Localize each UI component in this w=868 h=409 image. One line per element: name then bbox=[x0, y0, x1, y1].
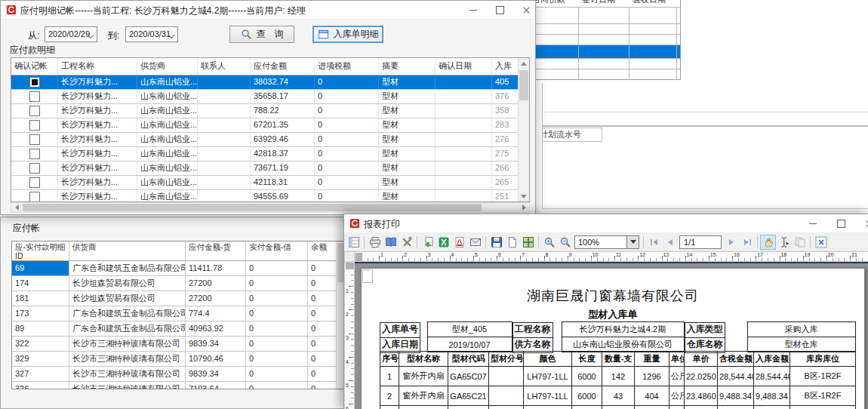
table-row[interactable]: 长沙万科魅力...山东南山铝业...73671.190型材266 bbox=[11, 161, 519, 176]
confirm-checkbox[interactable] bbox=[29, 120, 40, 131]
confirm-checkbox[interactable] bbox=[29, 134, 40, 145]
column-header[interactable]: 确认日期 bbox=[436, 58, 492, 75]
pdf-export-icon[interactable] bbox=[451, 235, 467, 250]
column-header[interactable]: 实付金额-借 bbox=[246, 241, 308, 260]
close-button[interactable] bbox=[514, 1, 536, 19]
page-icon[interactable] bbox=[504, 235, 520, 250]
design-grid-icon[interactable] bbox=[346, 235, 362, 250]
cell-confirm_date bbox=[436, 133, 492, 146]
scroll-up-arrow[interactable] bbox=[519, 58, 529, 69]
from-date-combo[interactable]: 2020/02/29 bbox=[45, 26, 97, 42]
table-row[interactable]: 69广东合和建筑五金制品有限公司11411.7800 bbox=[12, 261, 337, 276]
query-button[interactable]: 查 询 bbox=[229, 26, 294, 43]
table-row[interactable]: 长沙万科魅力...山东南山铝业...788.220型材358 bbox=[11, 104, 519, 118]
minimize-button[interactable] bbox=[461, 1, 485, 19]
mail-icon[interactable] bbox=[467, 235, 483, 250]
table-row[interactable]: 长沙万科魅力...山东南山铝业...94555.690型材251 bbox=[11, 190, 519, 201]
table-row[interactable]: 181长沙坦森贸易有限公司2720000 bbox=[12, 291, 337, 306]
table-row[interactable]: 326长沙市三湘特种玻璃有限公司7193.6400 bbox=[12, 382, 337, 389]
maximize-button[interactable] bbox=[488, 1, 512, 19]
scrollbar-thumb[interactable] bbox=[519, 70, 528, 100]
zoom-select[interactable]: 100% bbox=[574, 235, 639, 249]
hand-tool-icon[interactable] bbox=[760, 235, 776, 250]
cell-project: 长沙万科魅力... bbox=[58, 190, 137, 201]
scrollbar-thumb[interactable] bbox=[23, 204, 482, 211]
last-page-icon[interactable] bbox=[739, 235, 755, 250]
selected-empty-row[interactable] bbox=[529, 45, 680, 58]
confirm-checkbox[interactable] bbox=[29, 77, 40, 88]
minimize-button[interactable] bbox=[801, 214, 825, 232]
table-row[interactable]: 长沙万科魅力...山东南山铝业...67201.350型材283 bbox=[11, 118, 519, 133]
table-row[interactable]: 89广东合和建筑五金制品有限公司40963.9200 bbox=[12, 321, 337, 337]
copy-page-icon[interactable] bbox=[792, 235, 808, 250]
confirm-checkbox[interactable] bbox=[29, 106, 40, 116]
confirm-checkbox[interactable] bbox=[29, 177, 40, 188]
column-header[interactable]: 供货商 bbox=[69, 241, 186, 260]
scroll-down-arrow[interactable] bbox=[519, 191, 529, 201]
empty-row[interactable] bbox=[529, 58, 680, 69]
multi-page-icon[interactable] bbox=[520, 235, 536, 250]
ruler-number: 6 bbox=[498, 252, 501, 257]
table-row[interactable]: 327长沙市三湘特种玻璃有限公司9839.3400 bbox=[12, 367, 337, 382]
scroll-right-arrow[interactable] bbox=[519, 203, 529, 212]
print-icon[interactable] bbox=[367, 235, 383, 250]
close-preview-icon[interactable] bbox=[813, 235, 829, 250]
column-header[interactable]: 应付金额 bbox=[251, 58, 315, 75]
titlebar[interactable]: 报表打印 bbox=[344, 214, 868, 233]
table-row[interactable]: 173广东合和建筑五金制品有限公司774.400 bbox=[12, 306, 337, 321]
table-row[interactable]: 长沙万科魅力...山东南山铝业...38032.740型材405 bbox=[11, 75, 519, 90]
next-page-icon[interactable] bbox=[723, 235, 739, 250]
save-icon[interactable] bbox=[488, 235, 504, 250]
table-row[interactable]: 长沙万科魅力...山东南山铝业...35658.170型材376 bbox=[11, 90, 519, 104]
column-header[interactable]: 联系人 bbox=[198, 58, 251, 75]
empty-row[interactable] bbox=[529, 7, 680, 23]
confirm-checkbox[interactable] bbox=[29, 192, 40, 201]
table-row[interactable]: 长沙万科魅力...山东南山铝业...42818.370型材275 bbox=[11, 147, 519, 161]
column-header[interactable]: 工程名称 bbox=[58, 58, 137, 75]
column-header[interactable]: 余额 bbox=[308, 241, 337, 260]
horizontal-scrollbar[interactable] bbox=[11, 202, 530, 213]
vertical-scrollbar[interactable] bbox=[518, 58, 529, 201]
export-icon[interactable] bbox=[420, 235, 436, 250]
column-header[interactable]: 供货商 bbox=[137, 58, 198, 75]
close-button[interactable] bbox=[857, 214, 868, 232]
excel-export-icon[interactable] bbox=[436, 235, 451, 250]
column-header[interactable]: 入库 bbox=[492, 58, 519, 75]
column-header[interactable]: 摘要 bbox=[379, 58, 436, 75]
cell-summary: 型材 bbox=[379, 176, 436, 189]
column-header[interactable]: 应付金额-货 bbox=[186, 241, 246, 260]
confirm-checkbox[interactable] bbox=[29, 163, 40, 174]
dropdown-arrow-icon[interactable] bbox=[626, 236, 639, 248]
empty-row[interactable] bbox=[529, 69, 680, 79]
print-setup-icon[interactable] bbox=[399, 235, 414, 250]
table-row[interactable]: 329长沙市三湘特种玻璃有限公司10790.4600 bbox=[12, 352, 337, 367]
payable-section-label: 应付帐 bbox=[13, 222, 40, 235]
column-header[interactable]: 应-实付款明细ID bbox=[12, 241, 69, 260]
titlebar[interactable]: 应付明细记帐------当前工程: 长沙万科魅力之城4.2期------当前用户… bbox=[1, 1, 535, 20]
zoom-in-icon[interactable] bbox=[541, 235, 557, 250]
maximize-button[interactable] bbox=[829, 214, 853, 232]
table-row[interactable]: 322长沙市三湘特种玻璃有限公司9839.3400 bbox=[12, 337, 337, 352]
table-row[interactable]: 174长沙坦森贸易有限公司2720000 bbox=[12, 276, 337, 291]
page-number-input[interactable]: 1/1 bbox=[679, 235, 722, 249]
column-header[interactable]: 进项税额 bbox=[315, 58, 379, 75]
first-page-icon[interactable] bbox=[646, 235, 662, 250]
zoom-out-icon[interactable] bbox=[557, 235, 573, 250]
text-select-icon[interactable] bbox=[776, 235, 792, 250]
plan-serial-field[interactable]: 计划流水号 bbox=[542, 128, 602, 142]
cell-paid: 0 bbox=[246, 321, 308, 336]
stockin-detail-button[interactable]: 入库单明细 bbox=[312, 26, 383, 43]
report-preview-area[interactable]: 湖南巨晟门窗幕墙有限公司 型材入库单 入库单号型材_405工程名称长沙万科魅力之… bbox=[355, 262, 868, 409]
prev-page-icon[interactable] bbox=[662, 235, 678, 250]
to-date-combo[interactable]: 2020/03/31 bbox=[125, 26, 178, 42]
book-icon[interactable] bbox=[383, 235, 399, 250]
table-row[interactable]: 长沙万科魅力...山东南山铝业...63929.460型材276 bbox=[11, 133, 519, 147]
confirm-checkbox[interactable] bbox=[29, 149, 40, 159]
column-header[interactable]: 确认记帐 bbox=[11, 58, 58, 75]
table-row[interactable]: 长沙万科魅力...山东南山铝业...42118.310型材265 bbox=[11, 176, 519, 190]
confirm-checkbox[interactable] bbox=[29, 91, 40, 102]
scroll-left-arrow[interactable] bbox=[11, 203, 22, 212]
empty-row[interactable] bbox=[529, 34, 680, 45]
cell-supplier: 长沙市三湘特种玻璃有限公司 bbox=[69, 382, 186, 389]
empty-row[interactable] bbox=[529, 23, 680, 34]
